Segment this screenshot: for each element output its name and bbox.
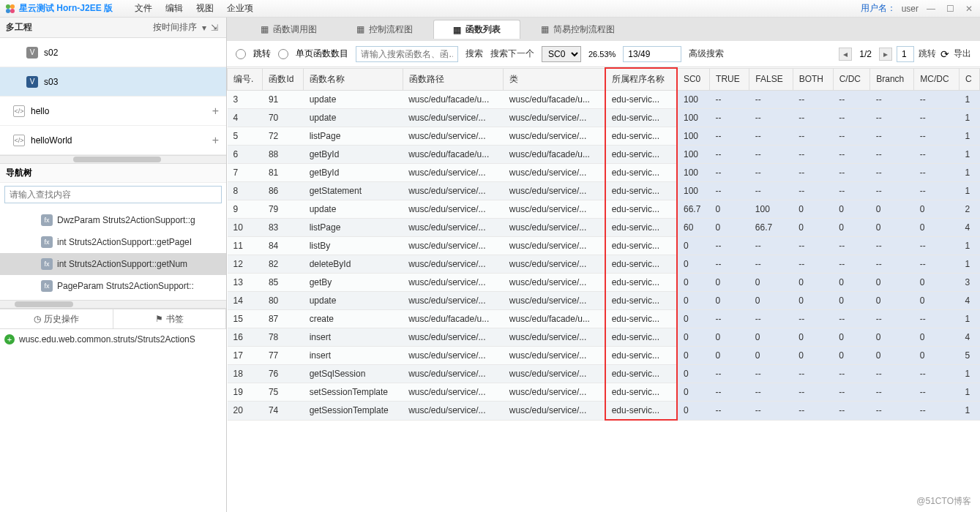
add-icon[interactable]: + [212,105,219,118]
close-icon[interactable]: ✕ [962,4,976,14]
main-tab[interactable]: ▦函数列表 [433,20,520,39]
main-tab[interactable]: ▦函数调用图 [242,20,336,39]
table-row[interactable]: 1876getSqlSessionwusc/edu/service/...wus… [228,365,980,383]
col-header[interactable]: 函数名称 [304,68,403,91]
col-header[interactable]: 类 [504,68,605,91]
project-item-helloworld[interactable]: </>helloWorld+ [0,126,226,155]
table-row[interactable]: 391updatewusc/edu/facade/u...wusc/edu/fa… [228,91,980,109]
cell: 86 [263,182,304,200]
main-tab[interactable]: ▦简易控制流程图 [522,20,634,39]
cell: 8 [228,182,263,200]
sort-dropdown-icon[interactable]: ▾ [200,23,209,33]
col-header[interactable]: C/DC [833,68,870,91]
refresh-icon[interactable]: ⟳ [940,48,949,60]
prev-page-icon[interactable]: ◂ [839,48,852,61]
next-page-icon[interactable]: ▸ [879,48,892,61]
table-row[interactable]: 1480updatewusc/edu/service/...wusc/edu/s… [228,292,980,310]
scrollbar-thumb[interactable] [15,301,73,307]
maximize-icon[interactable]: ☐ [943,4,957,14]
table-row[interactable]: 572listPagewusc/edu/service/...wusc/edu/… [228,127,980,146]
page-input[interactable] [897,46,914,62]
col-header[interactable]: SC0 [677,68,710,91]
cell: wusc/edu/service/... [504,274,605,292]
cell: -- [914,127,960,146]
col-header[interactable]: 函数Id [263,68,304,91]
project-item-hello[interactable]: </>hello+ [0,97,226,126]
table-row[interactable]: 2074getSessionTemplatewusc/edu/service/.… [228,402,980,421]
cell: -- [793,182,833,200]
project-item-s03[interactable]: Vs03 [0,67,226,97]
search-next-button[interactable]: 搜索下一个 [490,48,534,60]
minimize-icon[interactable]: — [924,4,938,14]
col-header[interactable]: FALSE [749,68,793,91]
add-bookmark-icon[interactable]: + [4,334,15,345]
table-row[interactable]: 470updatewusc/edu/service/...wusc/edu/se… [228,109,980,127]
scrollbar-thumb[interactable] [73,157,161,162]
table-row[interactable]: 1975setSessionTemplatewusc/edu/service/.… [228,383,980,402]
menu-enterprise[interactable]: 企业项 [227,2,253,15]
cell: wusc/edu/service/... [403,383,504,402]
sc-select[interactable]: SC0 [542,46,581,62]
cell: wusc/edu/facade/u... [504,146,605,164]
col-header[interactable]: TRUE [710,68,749,91]
table-row[interactable]: 1083listPagewusc/edu/service/...wusc/edu… [228,219,980,237]
table-row[interactable]: 1777insertwusc/edu/service/...wusc/edu/s… [228,347,980,365]
horizontal-scrollbar[interactable] [0,300,226,309]
cell: create [304,310,403,328]
horizontal-scrollbar[interactable] [0,155,226,164]
col-header[interactable]: MC/DC [914,68,960,91]
search-button[interactable]: 搜索 [465,48,483,60]
cell: -- [793,109,833,127]
advanced-search[interactable]: 高级搜索 [689,48,724,60]
radio-jump[interactable] [236,49,246,59]
nav-node[interactable]: fxPageParam Struts2ActionSupport:: [0,275,226,297]
table-row[interactable]: 1587createwusc/edu/facade/u...wusc/edu/f… [228,310,980,328]
tab-icon: ▦ [453,25,461,35]
col-header[interactable]: C [959,68,979,91]
sort-label[interactable]: 按时间排序 [153,21,197,34]
table-row[interactable]: 1282deleteByIdwusc/edu/service/...wusc/e… [228,255,980,274]
nav-node[interactable]: fxDwzParam Struts2ActionSupport::g [0,209,226,231]
col-header[interactable]: Branch [870,68,914,91]
search-input[interactable] [356,46,458,62]
sidebar-title: 多工程 [6,21,32,34]
tab-history[interactable]: ◷历史操作 [0,309,113,328]
cell: 1 [959,237,979,255]
cell: 7 [228,164,263,182]
table-row[interactable]: 979updatewusc/edu/service/...wusc/edu/se… [228,200,980,219]
nav-node[interactable]: fxint Struts2ActionSupport::getNum [0,253,226,275]
export-button[interactable]: 导出 [954,48,971,60]
menu-edit[interactable]: 编辑 [165,2,183,15]
nav-search-input[interactable] [4,186,222,203]
add-icon[interactable]: + [212,134,219,147]
table-row[interactable]: 781getByIdwusc/edu/service/...wusc/edu/s… [228,164,980,182]
col-header[interactable]: BOTH [793,68,833,91]
table-row[interactable]: 688getByIdwusc/edu/facade/u...wusc/edu/f… [228,146,980,164]
main-tab[interactable]: ▦控制流程图 [337,20,432,39]
nav-node[interactable]: fxint Struts2ActionSupport::getPageI [0,231,226,253]
cell: 6 [228,146,263,164]
menu-view[interactable]: 视图 [196,2,214,15]
sidebar-action-icon[interactable]: ⇲ [209,23,220,33]
bookmark-item[interactable]: + wusc.edu.web.common.struts/Struts2Acti… [0,329,226,350]
function-icon: fx [41,214,53,226]
menu-file[interactable]: 文件 [135,2,152,15]
fraction-input[interactable] [623,46,681,62]
cell: wusc/edu/service/... [403,347,504,365]
table-row[interactable]: 1184listBywusc/edu/service/...wusc/edu/s… [228,237,980,255]
col-header[interactable]: 编号. [228,68,263,91]
cell: -- [833,91,870,109]
cell: 0 [793,292,833,310]
table-row[interactable]: 1385getBywusc/edu/service/...wusc/edu/se… [228,274,980,292]
tab-bookmark[interactable]: ⚑书签 [113,309,227,328]
radio-perpage[interactable] [278,49,288,59]
go-page-button[interactable]: 跳转 [919,48,936,60]
table-row[interactable]: 1678insertwusc/edu/service/...wusc/edu/s… [228,328,980,347]
table-row[interactable]: 886getStatementwusc/edu/service/...wusc/… [228,182,980,200]
project-item-s02[interactable]: Vs02 [0,38,226,67]
col-header[interactable]: 所属程序名称 [605,68,677,91]
col-header[interactable]: 函数路径 [403,68,504,91]
cell: getById [304,164,403,182]
cell: 0 [793,274,833,292]
function-icon: fx [41,236,53,248]
